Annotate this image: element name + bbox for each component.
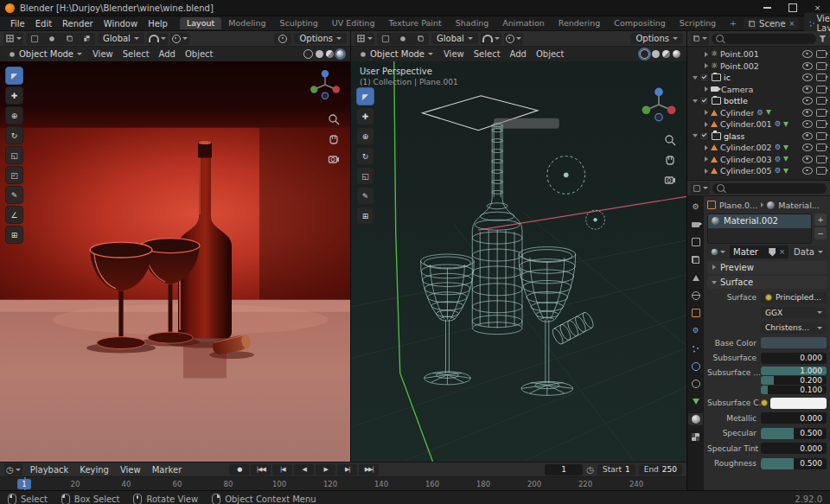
menu-window[interactable]: Window (99, 19, 143, 29)
render-visibility-icon[interactable] (816, 109, 827, 117)
tab-rendering[interactable]: Rendering (552, 17, 608, 29)
hide-eye-icon[interactable] (802, 144, 813, 151)
tool-move[interactable]: ⊕ (5, 106, 23, 124)
current-frame-field[interactable]: 1 (545, 464, 583, 475)
tool-cursor[interactable]: ✚ (356, 107, 374, 125)
tool-select-box[interactable]: ◤ (356, 87, 374, 105)
menu-select-left[interactable]: Select (118, 49, 154, 59)
transform-orientation-dropdown[interactable]: Global (431, 33, 478, 44)
outliner-row-camera[interactable]: Camera (687, 84, 830, 96)
menu-render[interactable]: Render (57, 19, 99, 29)
tool-cursor[interactable]: ✚ (5, 86, 23, 105)
tab-world[interactable] (688, 290, 703, 302)
options-dropdown-left[interactable]: Options (294, 33, 347, 44)
rendered-3d-canvas[interactable]: ◤ ✚ ⊕ ↻ ◱ ◰ ✎ ∠ ⊞ (0, 61, 350, 462)
outliner-row-cylinder[interactable]: Cylinder ⚙ (687, 107, 830, 119)
hide-eye-icon[interactable] (802, 86, 813, 93)
outliner-row-cylinder-003[interactable]: Cylinder.003 ⚙ (687, 154, 830, 166)
play-reverse-button[interactable]: ◀ (294, 464, 314, 475)
radius-x-field[interactable]: 1.000 (761, 367, 827, 375)
outliner-row-cylinder-001[interactable]: Cylinder.001 ⚙ (687, 118, 830, 131)
tab-physics[interactable] (688, 360, 703, 373)
tab-constraints[interactable] (688, 378, 703, 390)
snap-vertex-icon[interactable] (394, 33, 412, 45)
camera-view-icon[interactable] (328, 153, 340, 165)
radius-y-field[interactable]: 0.200 (761, 376, 827, 385)
hide-eye-icon[interactable] (802, 97, 813, 105)
specular-tint-slider[interactable]: 0.000 (761, 443, 827, 454)
snap-magnet-toggle[interactable] (481, 33, 501, 45)
specular-slider[interactable]: 0.500 (761, 428, 827, 439)
menu-edit[interactable]: Edit (30, 19, 57, 29)
outliner-row-point-002[interactable]: ☼ Point.002 (687, 61, 830, 73)
hide-eye-icon[interactable] (802, 167, 813, 175)
render-visibility-icon[interactable] (816, 97, 827, 105)
snap-grid-icon[interactable] (26, 33, 43, 45)
proportional-edit-toggle[interactable] (170, 33, 189, 45)
snap-magnet-toggle[interactable] (147, 33, 168, 45)
tool-annotate[interactable]: ✎ (356, 187, 374, 205)
subsurface-slider[interactable]: 0.000 (761, 353, 827, 364)
breadcrumb-material[interactable]: Material... (778, 201, 820, 210)
camera-view-icon[interactable] (664, 174, 676, 186)
menu-view-timeline[interactable]: View (117, 465, 144, 475)
prev-keyframe-button[interactable]: |◀ (272, 464, 292, 475)
menu-object-left[interactable]: Object (181, 49, 218, 59)
pan-hand-icon[interactable] (664, 154, 676, 166)
tool-add-cube[interactable]: ⊞ (356, 207, 374, 225)
scene-selector[interactable]: Scene × (744, 18, 799, 29)
outliner-search-input[interactable] (712, 34, 816, 44)
mode-dropdown-left[interactable]: Object Mode (3, 48, 87, 60)
render-visibility-icon[interactable] (816, 132, 827, 140)
tab-compositing[interactable]: Compositing (607, 17, 673, 29)
menu-playback[interactable]: Playback (27, 465, 73, 475)
jump-to-start-button[interactable]: |◀◀ (251, 464, 271, 475)
hide-eye-icon[interactable] (802, 50, 813, 58)
tab-object[interactable] (688, 307, 703, 319)
tool-scale[interactable]: ◱ (5, 146, 23, 164)
unlink-icon[interactable]: × (779, 248, 785, 256)
subsurface-color-swatch[interactable] (770, 398, 827, 409)
render-visibility-icon[interactable] (816, 167, 827, 175)
tool-rotate[interactable]: ↻ (5, 126, 23, 144)
menu-add-right[interactable]: Add (506, 49, 531, 59)
hide-eye-icon[interactable] (802, 156, 813, 163)
options-dropdown-right[interactable]: Options (630, 33, 683, 44)
tab-particles[interactable] (688, 342, 703, 354)
roughness-slider[interactable]: 0.500 (761, 458, 827, 469)
shading-wireframe-icon[interactable] (640, 49, 649, 59)
jump-to-end-button[interactable]: ▶▶| (359, 464, 379, 475)
properties-search-input[interactable] (712, 183, 827, 194)
hide-eye-icon[interactable] (802, 132, 813, 140)
render-visibility-icon[interactable] (816, 86, 827, 93)
collection-checkbox[interactable] (699, 73, 709, 82)
tab-modeling[interactable]: Modeling (221, 17, 272, 29)
start-frame-field[interactable]: Start1 (597, 464, 635, 475)
gizmo-toggle[interactable] (274, 33, 291, 45)
outliner-row-collection-bottle[interactable]: bottle (687, 95, 830, 107)
outliner-row-point-001[interactable]: ☼ Point.001 (687, 48, 830, 61)
shading-solid-icon[interactable] (652, 50, 660, 58)
outliner-row-cylinder-005[interactable]: Cylinder.005 ⚙ (687, 165, 830, 177)
add-workspace-button[interactable]: + (723, 17, 744, 29)
shading-material-icon[interactable] (326, 50, 334, 58)
collection-checkbox[interactable] (699, 131, 709, 141)
material-slot-list[interactable]: Material.002 (707, 214, 812, 244)
base-color-swatch[interactable] (761, 337, 827, 348)
tab-shading[interactable]: Shading (449, 17, 496, 29)
outliner-row-collection-glass[interactable]: glass (687, 131, 830, 143)
record-button[interactable]: ● (229, 464, 249, 475)
zoom-icon[interactable] (664, 134, 676, 146)
menu-marker[interactable]: Marker (149, 465, 186, 475)
distribution-select[interactable]: GGX (761, 307, 827, 318)
material-link-dropdown[interactable]: Data (790, 246, 827, 258)
tab-render[interactable] (688, 219, 703, 231)
navigation-gizmo-right[interactable] (638, 84, 680, 127)
hide-eye-icon[interactable] (802, 62, 813, 70)
shading-wireframe-icon[interactable] (303, 49, 313, 59)
surface-panel-header[interactable]: Surface (707, 276, 827, 289)
tab-animation[interactable]: Animation (495, 17, 551, 29)
wireframe-3d-canvas[interactable]: User Perspective (1) Collection | Plane.… (351, 61, 686, 462)
outliner-row-cylinder-002[interactable]: Cylinder.002 ⚙ (687, 142, 830, 154)
mode-dropdown-right[interactable]: Object Mode (354, 48, 438, 60)
